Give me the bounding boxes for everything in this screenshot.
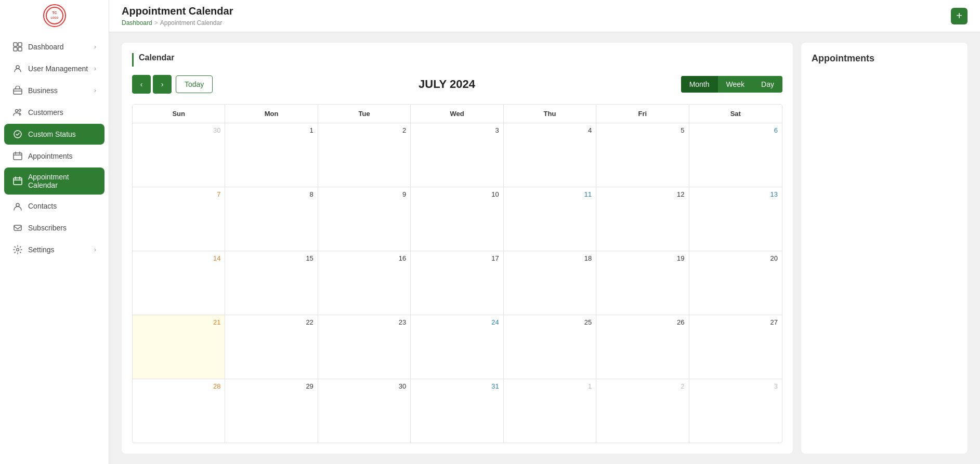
cal-day[interactable]: 7: [133, 187, 225, 251]
add-button[interactable]: +: [951, 8, 968, 24]
next-month-button[interactable]: ›: [153, 75, 172, 94]
svg-point-10: [16, 110, 18, 112]
chevron-right-icon: ›: [94, 65, 96, 72]
cal-day[interactable]: 1: [504, 379, 596, 443]
sidebar-item-label: Business: [28, 86, 89, 95]
calendar-month-label: JULY 2024: [213, 78, 681, 91]
calendar-week-3: 14 15 16 17 18 19 20: [133, 251, 782, 315]
month-view-button[interactable]: Month: [681, 76, 718, 93]
topbar: Appointment Calendar Dashboard > Appoint…: [109, 0, 980, 32]
calendar-week-4: 21 22 23 24 25 26 27: [133, 315, 782, 379]
day-header-fri: Fri: [596, 105, 689, 123]
calendar-week-5: 28 29 30 31 1 2 3: [133, 379, 782, 443]
chevron-right-icon: ›: [94, 246, 96, 253]
cal-day[interactable]: 26: [596, 315, 689, 379]
sidebar-item-subscribers[interactable]: Subscribers: [4, 217, 104, 238]
day-header-wed: Wed: [411, 105, 503, 123]
sidebar-item-appointment-calendar[interactable]: Appointment Calendar: [4, 167, 104, 195]
cal-day[interactable]: 12: [596, 187, 689, 251]
cal-day[interactable]: 25: [504, 315, 596, 379]
custom-status-icon: [12, 129, 23, 139]
sidebar-nav: Dashboard › User Management › Business ›…: [0, 31, 109, 464]
user-management-icon: [12, 63, 23, 74]
calendar-panel: Calendar ‹ › Today JULY 2024 Month Week …: [122, 43, 793, 454]
contacts-icon: [12, 201, 23, 211]
sidebar-item-user-management[interactable]: User Management ›: [4, 58, 104, 79]
cal-day[interactable]: 18: [504, 251, 596, 315]
sidebar-item-label: User Management: [28, 65, 89, 73]
calendar-header-row: Sun Mon Tue Wed Thu Fri Sat: [133, 105, 782, 123]
sidebar-item-custom-status[interactable]: Custom Status: [4, 124, 104, 145]
cal-day[interactable]: 2: [318, 123, 411, 187]
sidebar-item-contacts[interactable]: Contacts: [4, 196, 104, 216]
cal-day[interactable]: 27: [689, 315, 782, 379]
svg-rect-8: [14, 89, 22, 94]
today-button[interactable]: Today: [176, 75, 213, 93]
cal-day[interactable]: 6: [689, 123, 782, 187]
svg-rect-4: [18, 43, 22, 46]
appointment-calendar-icon: [12, 176, 23, 186]
sidebar-item-business[interactable]: Business ›: [4, 80, 104, 101]
sidebar-item-label: Customers: [28, 108, 96, 117]
svg-text:LOGO: LOGO: [50, 16, 58, 19]
cal-day[interactable]: 9: [318, 187, 411, 251]
cal-day[interactable]: 5: [596, 123, 689, 187]
svg-point-0: [46, 7, 63, 24]
calendar-view-buttons: Month Week Day: [681, 76, 782, 93]
cal-day[interactable]: 11: [504, 187, 596, 251]
day-view-button[interactable]: Day: [753, 76, 782, 93]
cal-day[interactable]: 14: [133, 251, 225, 315]
cal-day[interactable]: 23: [318, 315, 411, 379]
sidebar-item-dashboard[interactable]: Dashboard ›: [4, 36, 104, 57]
cal-day[interactable]: 24: [411, 315, 503, 379]
week-view-button[interactable]: Week: [718, 76, 753, 93]
app-logo: TC LOGO: [43, 4, 66, 27]
breadcrumb-home[interactable]: Dashboard: [122, 19, 152, 27]
cal-day[interactable]: 16: [318, 251, 411, 315]
cal-day-today[interactable]: 21: [133, 315, 225, 379]
topbar-left: Appointment Calendar Dashboard > Appoint…: [122, 5, 233, 27]
sidebar-item-customers[interactable]: Customers: [4, 102, 104, 123]
dashboard-icon: [12, 42, 23, 52]
prev-month-button[interactable]: ‹: [132, 75, 151, 94]
cal-day[interactable]: 22: [225, 315, 318, 379]
cal-day[interactable]: 3: [689, 379, 782, 443]
cal-day[interactable]: 10: [411, 187, 503, 251]
calendar-grid: Sun Mon Tue Wed Thu Fri Sat 30 1 2 3 4: [132, 104, 782, 443]
svg-rect-3: [14, 43, 17, 46]
cal-day[interactable]: 31: [411, 379, 503, 443]
cal-day[interactable]: 19: [596, 251, 689, 315]
svg-point-11: [19, 109, 21, 111]
cal-day[interactable]: 30: [133, 123, 225, 187]
svg-point-21: [16, 203, 19, 207]
cal-day[interactable]: 8: [225, 187, 318, 251]
sidebar-item-label: Contacts: [28, 202, 96, 210]
day-header-mon: Mon: [225, 105, 318, 123]
svg-rect-17: [14, 178, 22, 185]
day-header-sat: Sat: [689, 105, 782, 123]
cal-day[interactable]: 13: [689, 187, 782, 251]
cal-day[interactable]: 30: [318, 379, 411, 443]
cal-day[interactable]: 20: [689, 251, 782, 315]
calendar-week-2: 7 8 9 10 11 12 13: [133, 187, 782, 251]
cal-day[interactable]: 29: [225, 379, 318, 443]
svg-rect-6: [18, 47, 22, 51]
cal-day[interactable]: 17: [411, 251, 503, 315]
customers-icon: [12, 107, 23, 118]
sidebar-item-appointments[interactable]: Appointments: [4, 146, 104, 166]
sidebar-item-label: Dashboard: [28, 43, 89, 51]
cal-day[interactable]: 28: [133, 379, 225, 443]
cal-day[interactable]: 4: [504, 123, 596, 187]
cal-day[interactable]: 2: [596, 379, 689, 443]
content-area: Calendar ‹ › Today JULY 2024 Month Week …: [109, 32, 980, 464]
cal-day[interactable]: 15: [225, 251, 318, 315]
business-icon: [12, 85, 23, 96]
cal-day[interactable]: 3: [411, 123, 503, 187]
sidebar-item-settings[interactable]: Settings ›: [4, 239, 104, 260]
sidebar: TC LOGO Dashboard › User Management ›: [0, 0, 109, 464]
appointments-panel: Appointments: [801, 43, 968, 454]
cal-day[interactable]: 1: [225, 123, 318, 187]
day-header-thu: Thu: [504, 105, 596, 123]
svg-point-23: [17, 249, 19, 251]
sidebar-item-label: Appointment Calendar: [28, 173, 96, 189]
